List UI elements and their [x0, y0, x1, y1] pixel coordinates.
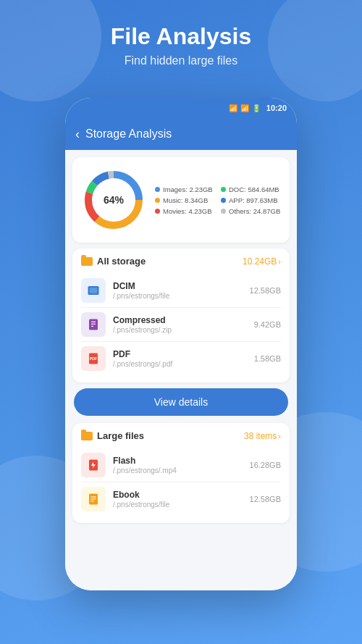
svg-rect-9 — [89, 319, 98, 330]
large-files-header: Large files 38 items › — [81, 430, 281, 441]
page-header: File Analysis Find hidden large files — [0, 0, 362, 82]
large-files-chevron: › — [278, 432, 281, 440]
legend-dot-doc — [221, 187, 226, 192]
legend-label-music: Music: 8.34GB — [163, 196, 208, 204]
legend-label-others: Others: 24.87GB — [229, 207, 280, 215]
legend-label-movies: Movies: 4.23GB — [163, 207, 212, 215]
legend-dot-movies — [155, 209, 160, 214]
status-icons: 📶 📶 🔋 10:20 — [229, 104, 287, 112]
file-name-ebook: Ebook — [113, 490, 243, 500]
file-path-pdf: /.pns/estrongs/.pdf — [113, 360, 247, 368]
chart-section: 64% Images: 2.23GB DOC: 584.64MB Music: … — [81, 167, 281, 233]
storage-chart-card: 64% Images: 2.23GB DOC: 584.64MB Music: … — [72, 157, 290, 243]
large-files-folder-icon — [81, 432, 93, 440]
file-info-ebook: Ebook /.pns/estrongs/file — [113, 490, 243, 509]
page-subtitle: Find hidden large files — [14, 54, 348, 67]
large-files-count: 38 items — [244, 431, 277, 441]
legend-app: APP: 897.63MB — [221, 196, 281, 204]
legend-dot-images — [155, 187, 160, 192]
app-title: Storage Analysis — [85, 127, 172, 141]
file-item-compressed[interactable]: Compressed /.pns/estrongs/.zip 9.42GB — [81, 308, 281, 342]
large-files-title-area: Large files — [81, 430, 144, 441]
file-info-dcim: DCIM /.pns/estrongs/file — [113, 281, 243, 300]
file-size-flash: 16.28GB — [250, 461, 281, 469]
wifi-icon: 📶 — [229, 104, 237, 112]
file-info-compressed: Compressed /.pns/estrongs/.zip — [113, 315, 247, 334]
file-icon-dcim — [81, 278, 106, 303]
file-size-dcim: 12.58GB — [250, 286, 281, 295]
all-storage-title-area: All storage — [81, 256, 146, 267]
file-icon-pdf: PDF — [81, 346, 106, 371]
legend-movies: Movies: 4.23GB — [155, 207, 215, 215]
page-title: File Analysis — [14, 23, 348, 50]
all-storage-section: All storage 10.24GB › DCIM /.pns/est — [72, 248, 290, 382]
app-header: ‹ Storage Analysis — [65, 118, 297, 150]
phone-content: 64% Images: 2.23GB DOC: 584.64MB Music: … — [65, 150, 297, 590]
file-path-ebook: /.pns/estrongs/file — [113, 501, 243, 509]
all-storage-chevron: › — [278, 257, 281, 266]
status-time: 10:20 — [266, 104, 287, 112]
legend-images: Images: 2.23GB — [155, 185, 215, 193]
svg-rect-8 — [90, 288, 98, 293]
view-details-button[interactable]: View details — [74, 388, 288, 416]
file-size-compressed: 9.42GB — [254, 320, 281, 329]
legend-dot-app — [221, 198, 226, 203]
file-info-flash: Flash /.pns/estrongs/.mp4 — [113, 456, 243, 474]
file-name-compressed: Compressed — [113, 315, 247, 325]
file-icon-compressed — [81, 312, 106, 337]
file-icon-flash — [81, 453, 106, 477]
file-path-dcim: /.pns/estrongs/file — [113, 292, 243, 300]
donut-chart: 64% — [81, 167, 146, 233]
all-storage-meta[interactable]: 10.24GB › — [243, 256, 281, 267]
large-files-title: Large files — [97, 430, 144, 441]
large-files-section: Large files 38 items › Flash /.pns/e — [72, 423, 290, 523]
status-bar: 📶 📶 🔋 10:20 — [65, 98, 297, 118]
file-size-pdf: 1.58GB — [254, 354, 281, 363]
large-files-meta[interactable]: 38 items › — [244, 431, 281, 441]
legend-label-app: APP: 897.63MB — [229, 196, 278, 204]
phone-mockup: 📶 📶 🔋 10:20 ‹ Storage Analysis — [65, 98, 297, 590]
file-path-flash: /.pns/estrongs/.mp4 — [113, 467, 243, 474]
all-storage-title: All storage — [97, 256, 146, 267]
legend-doc: DOC: 584.64MB — [221, 185, 281, 193]
donut-center-label: 64% — [104, 194, 124, 206]
legend-others: Others: 24.87GB — [221, 207, 281, 215]
file-item-flash[interactable]: Flash /.pns/estrongs/.mp4 16.28GB — [81, 448, 281, 482]
battery-icon: 🔋 — [252, 104, 261, 112]
back-button[interactable]: ‹ — [75, 127, 80, 142]
legend-music: Music: 8.34GB — [155, 196, 215, 204]
file-name-dcim: DCIM — [113, 281, 243, 291]
legend-label-images: Images: 2.23GB — [163, 185, 213, 193]
signal-icon: 📶 — [240, 104, 249, 112]
folder-icon — [81, 257, 93, 266]
legend-dot-others — [221, 209, 226, 214]
svg-text:PDF: PDF — [90, 356, 98, 361]
file-info-pdf: PDF /.pns/estrongs/.pdf — [113, 349, 247, 368]
file-item-dcim[interactable]: DCIM /.pns/estrongs/file 12.58GB — [81, 274, 281, 308]
file-item-ebook[interactable]: Ebook /.pns/estrongs/file 12.58GB — [81, 482, 281, 516]
file-size-ebook: 12.58GB — [250, 495, 281, 503]
file-item-pdf[interactable]: PDF PDF /.pns/estrongs/.pdf 1.58GB — [81, 342, 281, 375]
chart-legend: Images: 2.23GB DOC: 584.64MB Music: 8.34… — [155, 185, 281, 215]
legend-label-doc: DOC: 584.64MB — [229, 185, 279, 193]
all-storage-header: All storage 10.24GB › — [81, 256, 281, 267]
file-name-pdf: PDF — [113, 349, 247, 359]
file-name-flash: Flash — [113, 456, 243, 466]
file-icon-ebook — [81, 487, 106, 511]
legend-dot-music — [155, 198, 160, 203]
file-path-compressed: /.pns/estrongs/.zip — [113, 326, 247, 334]
